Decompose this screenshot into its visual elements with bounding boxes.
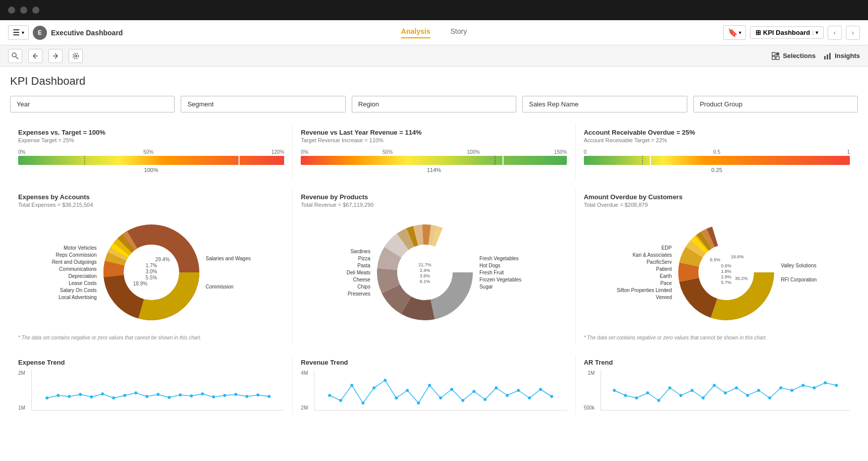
dashboard-selector[interactable]: ⊞ KPI Dashboard | ▾ bbox=[750, 26, 824, 39]
chart-expenses-title: Expenses by Accounts bbox=[18, 193, 284, 201]
kpi-expenses-scale: 0%50%120% bbox=[18, 149, 284, 155]
svg-point-123 bbox=[724, 391, 727, 394]
svg-point-111 bbox=[539, 388, 542, 391]
svg-point-109 bbox=[517, 389, 520, 392]
kpi-ar-scale: 00.51 bbox=[584, 149, 850, 155]
svg-point-131 bbox=[813, 386, 816, 389]
svg-point-81 bbox=[156, 393, 159, 396]
tab-analysis[interactable]: Analysis bbox=[401, 27, 430, 38]
ar-trend-y-max: 1M bbox=[584, 370, 595, 376]
trend-ar-title: AR Trend bbox=[584, 359, 850, 366]
kpi-expenses: Expenses vs. Target = 100% Expense Targe… bbox=[10, 123, 293, 179]
svg-point-104 bbox=[461, 399, 464, 402]
svg-point-90 bbox=[256, 393, 259, 396]
svg-point-124 bbox=[735, 386, 738, 389]
maximize-button[interactable] bbox=[32, 7, 39, 14]
kpi-expenses-value: 100% bbox=[18, 167, 284, 173]
svg-point-91 bbox=[267, 395, 270, 398]
svg-point-103 bbox=[450, 388, 453, 391]
close-button[interactable] bbox=[8, 7, 15, 14]
title-bar bbox=[0, 0, 868, 20]
svg-point-130 bbox=[802, 384, 805, 387]
svg-point-114 bbox=[624, 394, 627, 397]
svg-point-93 bbox=[339, 399, 342, 402]
chart-overdue-subtitle: Total Overdue = $208,879 bbox=[584, 202, 850, 208]
filter-product-group[interactable]: Product Group bbox=[693, 96, 858, 112]
back-button[interactable] bbox=[28, 49, 42, 63]
filter-sales-rep[interactable]: Sales Rep Name bbox=[522, 96, 687, 112]
insights-button[interactable]: Insights bbox=[824, 52, 860, 60]
chart-revenue-body: Sardines Pizza Pasta Deli Meats Cheese C… bbox=[301, 212, 567, 333]
svg-point-122 bbox=[713, 384, 716, 387]
forward-button[interactable] bbox=[48, 49, 63, 63]
svg-rect-14 bbox=[301, 156, 567, 165]
svg-text:3.6%: 3.6% bbox=[420, 273, 430, 278]
svg-point-110 bbox=[528, 396, 531, 399]
svg-point-100 bbox=[417, 401, 420, 405]
svg-rect-11 bbox=[18, 156, 284, 165]
ar-trend-y-min: 500k bbox=[584, 405, 595, 411]
selections-icon bbox=[772, 52, 780, 60]
hamburger-button[interactable]: ☰ ▾ bbox=[8, 25, 29, 40]
svg-rect-5 bbox=[776, 52, 779, 55]
insights-label: Insights bbox=[835, 52, 860, 60]
svg-text:29.4%: 29.4% bbox=[155, 257, 169, 262]
trend-ar: AR Trend 1M 500k bbox=[576, 355, 858, 415]
settings-button[interactable] bbox=[69, 49, 83, 63]
chart-revenue-legend-right: Fresh Vegetables Hot Dogs Fresh Fruit Fr… bbox=[479, 256, 521, 290]
bookmark-button[interactable]: 🔖 ▾ bbox=[723, 25, 746, 40]
svg-point-77 bbox=[112, 396, 115, 399]
kpi-revenue: Revenue vs Last Year Revenue = 114% Targ… bbox=[293, 123, 575, 179]
prev-button[interactable]: ‹ bbox=[828, 26, 842, 40]
kpi-expenses-subtitle: Expense Target = 25% bbox=[18, 137, 284, 143]
svg-text:0.6%: 0.6% bbox=[721, 263, 732, 268]
selections-button[interactable]: Selections bbox=[772, 52, 816, 60]
chart-revenue-title: Revenue by Products bbox=[301, 193, 567, 201]
svg-text:5.5%: 5.5% bbox=[145, 275, 157, 280]
filter-segment[interactable]: Segment bbox=[181, 96, 345, 112]
svg-point-84 bbox=[190, 394, 193, 397]
svg-point-72 bbox=[57, 394, 60, 397]
svg-point-117 bbox=[658, 399, 661, 402]
svg-rect-17 bbox=[584, 156, 850, 165]
filter-year[interactable]: Year bbox=[10, 96, 175, 112]
chart-expenses-note: * The data set contains negative or zero… bbox=[18, 335, 284, 340]
main-content: KPI Dashboard Year Segment Region Sales … bbox=[0, 67, 868, 461]
svg-text:16.6%: 16.6% bbox=[731, 254, 744, 259]
svg-rect-4 bbox=[772, 52, 775, 55]
chart-revenue: Revenue by Products Total Revenue = $67,… bbox=[293, 189, 575, 344]
filter-region[interactable]: Region bbox=[352, 96, 516, 112]
dashboard-chevron-icon: ▾ bbox=[816, 30, 818, 35]
svg-point-83 bbox=[179, 393, 182, 396]
kpi-ar-subtitle: Account Receivable Target = 22% bbox=[584, 137, 850, 143]
svg-point-129 bbox=[791, 389, 794, 392]
svg-text:2.4%: 2.4% bbox=[420, 268, 430, 273]
revenue-donut-chart: 21.7% 2.4% 3.6% 6.1% bbox=[374, 222, 475, 323]
svg-point-79 bbox=[134, 391, 137, 394]
tab-story[interactable]: Story bbox=[450, 27, 467, 38]
svg-rect-6 bbox=[772, 56, 775, 60]
kpi-revenue-bar bbox=[301, 156, 567, 165]
svg-point-118 bbox=[669, 386, 672, 389]
smart-search-button[interactable] bbox=[8, 49, 22, 63]
trend-expense-title: Expense Trend bbox=[18, 359, 284, 366]
next-button[interactable]: › bbox=[846, 26, 860, 40]
expense-trend-chart bbox=[31, 370, 284, 411]
toolbar: Selections Insights bbox=[0, 45, 868, 67]
donut-charts-row: Expenses by Accounts Total Expenses = $3… bbox=[10, 189, 858, 344]
trend-row: Expense Trend 2M 1M bbox=[10, 355, 858, 415]
svg-point-94 bbox=[350, 384, 353, 387]
dashboard-name-label: KPI Dashboard bbox=[763, 29, 810, 36]
kpi-ar-title: Account Receivable Overdue = 25% bbox=[584, 129, 850, 136]
svg-text:3.0%: 3.0% bbox=[145, 269, 157, 274]
svg-point-112 bbox=[550, 395, 553, 398]
top-nav: ☰ ▾ E Executive Dashboard Analysis Story… bbox=[0, 20, 868, 45]
trend-revenue: Revenue Trend 4M 2M bbox=[293, 355, 575, 415]
kpi-ar-bar bbox=[584, 156, 850, 165]
nav-right: 🔖 ▾ ⊞ KPI Dashboard | ▾ ‹ › bbox=[723, 25, 860, 40]
nav-tabs: Analysis Story bbox=[401, 27, 467, 38]
minimize-button[interactable] bbox=[20, 7, 27, 14]
overdue-donut-chart: 0.6% 1.8% 2.8% 5.7% 6.5% 16.6% 30.2% bbox=[676, 222, 777, 323]
svg-text:21.7%: 21.7% bbox=[418, 262, 431, 267]
chart-expenses: Expenses by Accounts Total Expenses = $3… bbox=[10, 189, 293, 344]
